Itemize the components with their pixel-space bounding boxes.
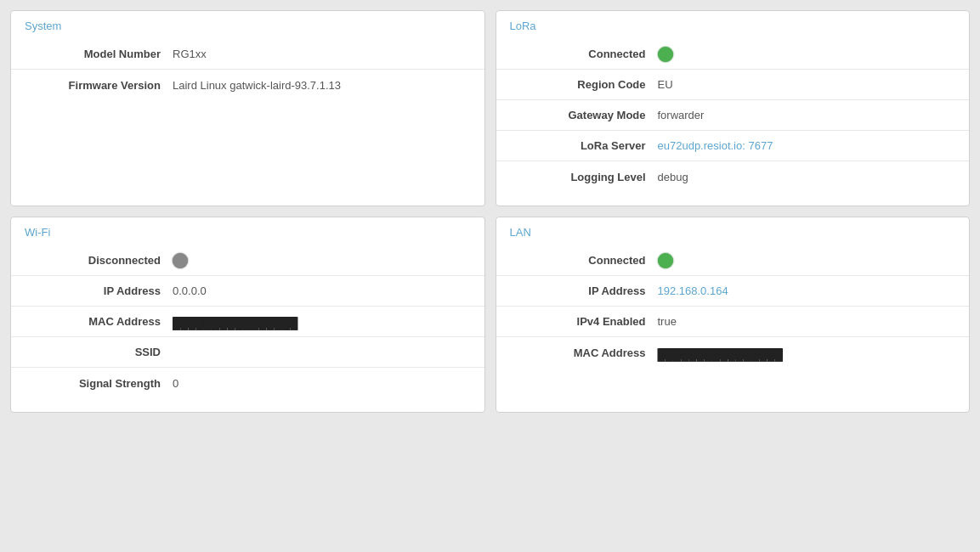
disconnected-dot-icon [173,253,188,268]
row-value: RG1xx [173,48,207,60]
panel-row: Signal Strength0 [11,368,484,398]
row-value: 0.0.0.0 [173,284,207,297]
row-value: eu72udp.resiot.io: 7677 [658,139,773,152]
panel-row: MAC Address████████████████ [11,307,484,337]
panel-row: Region CodeEU [496,70,970,100]
row-value: forwarder [658,109,705,121]
system-title: System [11,11,484,39]
lan-rows: ConnectedIP Address192.168.0.164IPv4 Ena… [496,245,970,368]
row-label: Disconnected [25,254,161,267]
row-value-redacted: ████████████████ [173,315,297,328]
panel-row: Model NumberRG1xx [11,39,484,70]
row-label: Model Number [25,48,161,60]
panel-row: Connected [496,39,970,70]
redacted-value: ████████████████ [658,348,783,359]
row-label: MAC Address [510,346,646,359]
row-label: IP Address [510,284,646,297]
row-value: EU [658,78,673,91]
row-value: debug [658,171,688,183]
wifi-rows: DisconnectedIP Address0.0.0.0MAC Address… [11,245,484,398]
row-label: Connected [510,48,646,60]
row-label: Logging Level [510,171,646,183]
row-label: IPv4 Enabled [510,315,646,328]
panel-row: MAC Address████████████████ [496,337,970,368]
row-label: IP Address [25,284,161,297]
wifi-title: Wi-Fi [11,217,484,245]
panel-row: Connected [496,245,970,276]
row-label: SSID [25,346,161,358]
panel-row: Logging Leveldebug [496,161,970,192]
lan-panel: LAN ConnectedIP Address192.168.0.164IPv4… [496,217,971,413]
lora-title: LoRa [496,11,970,39]
panel-row: IPv4 Enabledtrue [496,307,970,337]
lora-rows: ConnectedRegion CodeEUGateway Modeforwar… [496,39,970,192]
row-label: Signal Strength [25,377,161,390]
panel-row: IP Address192.168.0.164 [496,276,970,307]
row-label: Firmware Version [25,79,161,92]
panel-row: LoRa Servereu72udp.resiot.io: 7677 [496,131,970,161]
panel-row: Disconnected [11,245,484,276]
row-value: Laird Linux gatwick-laird-93.7.1.13 [173,79,341,92]
row-label: MAC Address [25,315,161,328]
panel-row: SSID [11,337,484,368]
system-panel: System Model NumberRG1xxFirmware Version… [10,10,485,206]
row-label: Connected [510,254,646,267]
row-value: 192.168.0.164 [658,284,728,297]
redacted-value: ████████████████ [173,317,297,328]
lan-title: LAN [496,217,970,245]
panel-row: Gateway Modeforwarder [496,100,970,131]
system-rows: Model NumberRG1xxFirmware VersionLaird L… [11,39,484,100]
connected-dot-icon [658,47,673,62]
row-value: true [658,315,677,328]
panel-row: Firmware VersionLaird Linux gatwick-lair… [11,70,484,100]
row-label: Region Code [510,78,646,91]
row-value: 0 [173,377,178,390]
row-value-redacted: ████████████████ [658,346,783,358]
lora-panel: LoRa ConnectedRegion CodeEUGateway Modef… [496,10,971,206]
connected-dot-icon [658,253,673,268]
row-label: LoRa Server [510,139,646,152]
wifi-panel: Wi-Fi DisconnectedIP Address0.0.0.0MAC A… [10,217,485,413]
row-label: Gateway Mode [510,109,646,121]
panel-row: IP Address0.0.0.0 [11,276,484,307]
main-grid: System Model NumberRG1xxFirmware Version… [10,10,970,413]
